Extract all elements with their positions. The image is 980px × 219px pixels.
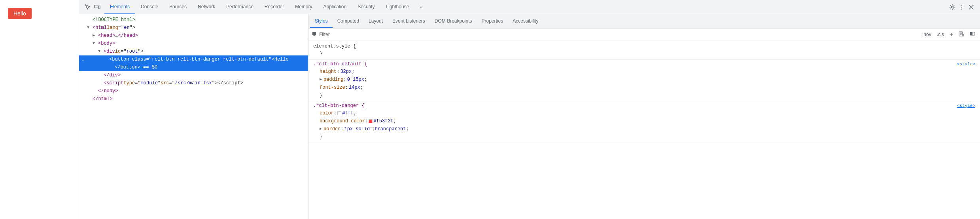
dom-line-button-close[interactable]: </button> == $0 <box>79 63 308 71</box>
hello-button[interactable]: Hello <box>8 8 32 19</box>
more-options-icon[interactable] <box>958 3 966 11</box>
rclt-btn-danger-close-brace: } <box>313 133 975 141</box>
hov-button[interactable]: :hov <box>921 31 933 38</box>
tab-lighthouse[interactable]: Lighthouse <box>380 0 415 14</box>
dom-arrow: ▼ <box>93 40 98 47</box>
app-area: Hello Elemen <box>0 0 980 219</box>
inspect-icon[interactable] <box>84 3 92 11</box>
color-swatch-fff[interactable] <box>337 111 341 115</box>
dom-line-head[interactable]: ▶ <head> … </head> <box>79 32 308 40</box>
tab-memory[interactable]: Memory <box>289 0 318 14</box>
devtools-main: <!DOCTYPE html> ▼ <html lang="en"> ▶ <he… <box>79 14 980 219</box>
rclt-btn-default-source[interactable]: <style> <box>957 62 975 67</box>
new-stylesheet-button[interactable] <box>957 30 966 38</box>
styles-filter-bar: ⛊ :hov .cls + <box>308 29 980 40</box>
tab-dom-breakpoints[interactable]: DOM Breakpoints <box>430 14 477 28</box>
element-style-brace: } <box>320 50 322 57</box>
tab-console[interactable]: Console <box>135 0 164 14</box>
dom-content: <!DOCTYPE html> ▼ <html lang="en"> ▶ <he… <box>79 14 308 219</box>
padding-prop-line: ▶ padding: 0 15px; <box>313 76 975 84</box>
dom-line-doctype[interactable]: <!DOCTYPE html> <box>79 16 308 24</box>
head-expand[interactable]: … <box>115 32 118 39</box>
devtools-toolbar: Elements Console Sources Network Perform… <box>79 0 980 14</box>
filter-input[interactable] <box>319 32 918 37</box>
tab-layout[interactable]: Layout <box>364 14 388 28</box>
svg-rect-1 <box>98 6 100 9</box>
font-size-prop-line: font-size: 14px; <box>313 84 975 91</box>
doctype-text: <!DOCTYPE html> <box>93 16 135 23</box>
close-icon[interactable] <box>967 3 975 11</box>
border-expand-arrow[interactable]: ▶ <box>320 126 322 133</box>
rclt-btn-default-selector: .rclt-btn-default { <box>313 61 367 67</box>
height-prop-line: height: 32px; <box>313 68 975 76</box>
svg-point-3 <box>961 4 962 5</box>
svg-point-2 <box>952 6 954 8</box>
tab-elements[interactable]: Elements <box>104 0 135 14</box>
dom-line-div-root[interactable]: ▼ <div id="root"> <box>79 48 308 55</box>
svg-rect-0 <box>95 5 98 8</box>
toolbar-right <box>948 3 978 11</box>
styles-tabs: Styles Computed Layout Event Listeners D… <box>308 14 980 29</box>
rclt-btn-default-selector-line: .rclt-btn-default { <style> <box>313 61 975 67</box>
rclt-btn-danger-selector-line: .rclt-btn-danger { <style> <box>313 103 975 109</box>
element-style-selector-line: element.style { <box>313 44 975 49</box>
filter-buttons: :hov .cls + <box>921 30 977 38</box>
toolbar-icons <box>81 3 104 11</box>
dom-line-script[interactable]: <script type="module" src="/src/main.tsx… <box>79 79 308 87</box>
tab-application[interactable]: Application <box>318 0 352 14</box>
devtools: Elements Console Sources Network Perform… <box>79 0 980 219</box>
dom-line-button[interactable]: … <button class="rclt-btn rclt-btn-dange… <box>79 55 308 63</box>
page-preview: Hello <box>0 0 79 219</box>
dom-arrow: ▶ <box>93 32 98 39</box>
rclt-btn-danger-block: .rclt-btn-danger { <style> color: #fff; … <box>308 101 980 143</box>
tab-more[interactable]: » <box>414 0 428 14</box>
devtools-tabs: Elements Console Sources Network Perform… <box>104 0 428 14</box>
add-rule-button[interactable]: + <box>948 30 955 38</box>
tab-sources[interactable]: Sources <box>164 0 192 14</box>
color-prop-line: color: #fff; <box>313 109 975 117</box>
tab-performance[interactable]: Performance <box>221 0 259 14</box>
tab-styles[interactable]: Styles <box>310 14 333 28</box>
tab-properties[interactable]: Properties <box>477 14 508 28</box>
dom-line-div-close[interactable]: </div> <box>79 71 308 79</box>
dom-line-html[interactable]: ▼ <html lang="en"> <box>79 24 308 32</box>
border-prop-line: ▶ border: 1px solid transparent; <box>313 125 975 133</box>
tab-event-listeners[interactable]: Event Listeners <box>388 14 430 28</box>
rclt-btn-danger-source[interactable]: <style> <box>957 103 975 108</box>
tab-recorder[interactable]: Recorder <box>259 0 289 14</box>
filter-icon: ⛊ <box>312 31 317 37</box>
dom-panel: <!DOCTYPE html> ▼ <html lang="en"> ▶ <he… <box>79 14 308 219</box>
background-color-prop-line: background-color: #f53f3f; <box>313 117 975 125</box>
padding-expand-arrow[interactable]: ▶ <box>320 76 322 83</box>
tab-computed[interactable]: Computed <box>333 14 364 28</box>
styles-panel: Styles Computed Layout Event Listeners D… <box>308 14 980 219</box>
settings-icon[interactable] <box>948 3 956 11</box>
rclt-btn-default-block: .rclt-btn-default { <style> height: 32px… <box>308 60 980 101</box>
element-style-block: element.style { } <box>308 42 980 60</box>
color-swatch-f53f3f[interactable] <box>369 119 373 123</box>
rclt-btn-default-close-brace: } <box>313 91 975 99</box>
dom-line-body-close[interactable]: </body> <box>79 87 308 95</box>
tab-network[interactable]: Network <box>192 0 221 14</box>
dom-line-html-close[interactable]: </html> <box>79 95 308 103</box>
dom-line-body[interactable]: ▼ <body> <box>79 40 308 48</box>
element-style-selector: element.style { <box>313 44 356 49</box>
dom-arrow: ▼ <box>87 24 93 31</box>
tab-accessibility[interactable]: Accessibility <box>508 14 543 28</box>
toggle-button[interactable] <box>968 30 977 38</box>
script-src-link[interactable]: /src/main.tsx <box>175 80 212 87</box>
dom-dots-selected: … <box>79 56 87 63</box>
device-toolbar-icon[interactable] <box>93 3 101 11</box>
svg-rect-9 <box>970 32 972 35</box>
svg-point-5 <box>961 8 962 9</box>
color-swatch-transparent[interactable] <box>370 127 374 131</box>
dom-arrow: ▼ <box>98 48 104 55</box>
cls-button[interactable]: .cls <box>935 31 946 38</box>
svg-point-4 <box>961 6 962 7</box>
tab-security[interactable]: Security <box>352 0 380 14</box>
rclt-btn-danger-selector: .rclt-btn-danger { <box>313 103 365 109</box>
styles-content: element.style { } .rclt-btn-default { <s… <box>308 40 980 219</box>
element-style-close-line: } <box>313 50 975 58</box>
